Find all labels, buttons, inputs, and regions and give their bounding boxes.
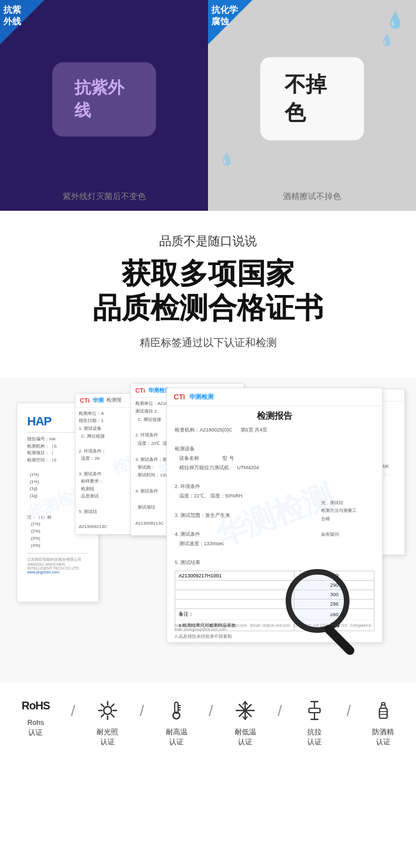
uv-label-card: 抗紫外线: [52, 62, 156, 136]
cert-icons-row: RoHS Rohs认证 / 耐光照认证 /: [6, 699, 410, 747]
uv-badge-text: 抗紫外线: [3, 4, 31, 28]
heat-icon: [165, 699, 187, 722]
svg-rect-32: [382, 703, 385, 705]
chem-label-text: 不掉色: [285, 73, 327, 124]
cc2-cti: CTi: [80, 397, 90, 404]
svg-point-0: [104, 707, 111, 714]
rohs-symbol: RoHS: [22, 699, 49, 712]
chem-badge-text: 抗化学腐蚀: [211, 4, 239, 28]
hap-footer: 江苏精臣智能科技股份有限公司 JIANGSU JINGCHEN INTELLIG…: [27, 557, 88, 574]
main-cert-title: 检测报告: [167, 406, 382, 424]
rohs-cert-item: RoHS Rohs认证: [22, 699, 49, 738]
quality-section: 品质不是随口说说 获取多项国家 品质检测合格证书 精臣标签通过以下认证和检测: [0, 211, 416, 378]
chem-label-card: 不掉色: [260, 57, 364, 140]
heat-label: 耐高温认证: [166, 727, 187, 747]
divider-4: /: [278, 699, 282, 720]
main-cti-text: 华测检测: [189, 393, 214, 401]
cold-cert-item: 耐低温认证: [234, 699, 256, 747]
magnifier-handle: [322, 623, 356, 657]
cert-annotations: 光，測试结 检测方法与测量工 合格 如有疑问: [321, 499, 377, 539]
cc2-subtitle: 检测报: [106, 397, 121, 404]
uv-caption: 紫外线灯灭菌后不变色: [0, 191, 208, 202]
svg-rect-28: [379, 708, 387, 718]
certs-wrapper: HAP 报告编号：HA 检测机构：（S 检测项目：（ 检测空间：（0 (1%) …: [11, 383, 405, 666]
top-panels: 抗紫外线 抗紫外线 紫外线灯灭菌后不变色 抗化学腐蚀 💧 💧 💧 不掉色 酒精擦…: [0, 0, 416, 211]
tc-req-label: 备注：: [175, 609, 295, 620]
divider-1: /: [71, 699, 75, 720]
svg-line-8: [102, 714, 104, 717]
tc-empty2: [175, 590, 295, 600]
light-label: 耐光照认证: [97, 727, 118, 747]
tc-empty: [175, 581, 295, 590]
cc2-ctitext: 华测: [93, 397, 104, 404]
alcohol-icon: [372, 699, 394, 722]
magnifier-glass: [286, 569, 349, 633]
alcohol-cert-item: 防酒精认证: [372, 699, 394, 747]
water-drop-3: 💧: [219, 152, 234, 166]
uv-panel: 抗紫外线 抗紫外线 紫外线灯灭菌后不变色: [0, 0, 208, 211]
cert-icons-section: RoHS Rohs认证 / 耐光照认证 /: [0, 683, 416, 758]
tc-label: A213009217H1001: [175, 571, 295, 581]
svg-rect-23: [309, 708, 320, 713]
magnifier: [286, 569, 374, 658]
heat-cert-item: 耐高温认证: [165, 699, 187, 747]
main-cert-body: 检查机构：A2180025(0)C 第5页 共4页 检测设备 设备名称 型 号 …: [167, 424, 382, 568]
pull-label: 抗拉认证: [307, 727, 322, 747]
divider-2: /: [140, 699, 144, 720]
chem-caption: 酒精擦试不掉色: [208, 191, 416, 202]
cold-icon: [234, 699, 256, 722]
svg-line-7: [111, 704, 114, 707]
quality-title: 获取多项国家 品质检测合格证书: [11, 256, 405, 326]
svg-line-5: [102, 704, 104, 707]
water-drop-1: 💧: [385, 11, 405, 29]
pull-icon: [303, 699, 326, 722]
alcohol-label: 防酒精认证: [372, 727, 394, 747]
rohs-label: Rohs认证: [27, 718, 44, 738]
certs-section: HAP 报告编号：HA 检测机构：（S 检测项目：（ 检测空间：（0 (1%) …: [0, 378, 416, 683]
light-icon: [97, 699, 119, 722]
quality-subtitle: 品质不是随口说说: [11, 233, 405, 250]
cc3-cti: CTi: [135, 387, 145, 394]
quality-desc: 精臣标签通过以下认证和检测: [11, 336, 405, 350]
chem-panel: 抗化学腐蚀 💧 💧 💧 不掉色 酒精擦试不掉色: [208, 0, 416, 211]
svg-point-22: [243, 709, 247, 712]
pull-cert-item: 抗拉认证: [303, 699, 326, 747]
main-cti: CTi: [174, 393, 185, 401]
light-cert-item: 耐光照认证: [97, 699, 119, 747]
tc-empty3: [175, 600, 295, 609]
main-cert-header: CTi 华测检测: [167, 388, 382, 406]
uv-label-text: 抗紫外线: [74, 78, 124, 119]
divider-3: /: [209, 699, 213, 720]
water-drop-2: 💧: [380, 33, 394, 47]
svg-line-6: [111, 714, 114, 717]
cold-label: 耐低温认证: [235, 727, 256, 747]
divider-5: /: [347, 699, 351, 720]
